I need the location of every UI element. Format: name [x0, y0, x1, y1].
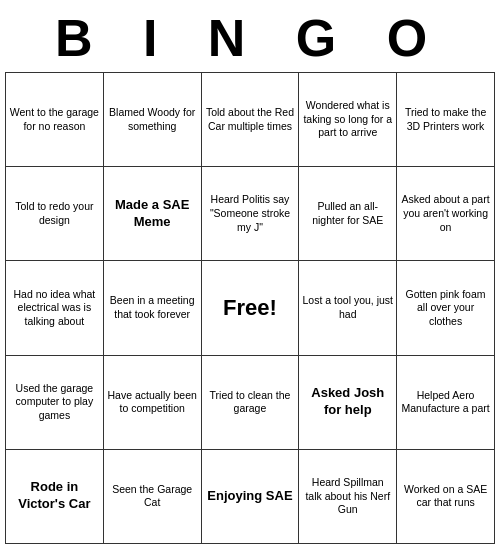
- cell-r1-c1[interactable]: Made a SAE Meme: [103, 167, 201, 261]
- cell-r0-c0[interactable]: Went to the garage for no reason: [6, 73, 104, 167]
- bingo-title: B I N G O: [0, 0, 500, 72]
- bingo-grid: Went to the garage for no reasonBlamed W…: [5, 72, 495, 544]
- cell-r0-c3[interactable]: Wondered what is taking so long for a pa…: [299, 73, 397, 167]
- cell-r0-c4[interactable]: Tried to make the 3D Printers work: [397, 73, 495, 167]
- cell-r1-c4[interactable]: Asked about a part you aren't working on: [397, 167, 495, 261]
- cell-r1-c2[interactable]: Heard Politis say "Someone stroke my J": [201, 167, 299, 261]
- cell-r3-c3[interactable]: Asked Josh for help: [299, 355, 397, 449]
- cell-r4-c0[interactable]: Rode in Victor's Car: [6, 449, 104, 543]
- cell-r3-c4[interactable]: Helped Aero Manufacture a part: [397, 355, 495, 449]
- cell-r3-c0[interactable]: Used the garage computer to play games: [6, 355, 104, 449]
- cell-r4-c3[interactable]: Heard Spillman talk about his Nerf Gun: [299, 449, 397, 543]
- cell-r4-c4[interactable]: Worked on a SAE car that runs: [397, 449, 495, 543]
- cell-r4-c2[interactable]: Enjoying SAE: [201, 449, 299, 543]
- cell-r0-c2[interactable]: Told about the Red Car multiple times: [201, 73, 299, 167]
- cell-r2-c3[interactable]: Lost a tool you, just had: [299, 261, 397, 355]
- cell-r2-c4[interactable]: Gotten pink foam all over your clothes: [397, 261, 495, 355]
- cell-r1-c3[interactable]: Pulled an all-nighter for SAE: [299, 167, 397, 261]
- cell-r2-c1[interactable]: Been in a meeting that took forever: [103, 261, 201, 355]
- cell-r3-c1[interactable]: Have actually been to competition: [103, 355, 201, 449]
- cell-r3-c2[interactable]: Tried to clean the garage: [201, 355, 299, 449]
- cell-r4-c1[interactable]: Seen the Garage Cat: [103, 449, 201, 543]
- cell-r2-c0[interactable]: Had no idea what electrical was is talki…: [6, 261, 104, 355]
- cell-r1-c0[interactable]: Told to redo your design: [6, 167, 104, 261]
- cell-r0-c1[interactable]: Blamed Woody for something: [103, 73, 201, 167]
- cell-r2-c2[interactable]: Free!: [201, 261, 299, 355]
